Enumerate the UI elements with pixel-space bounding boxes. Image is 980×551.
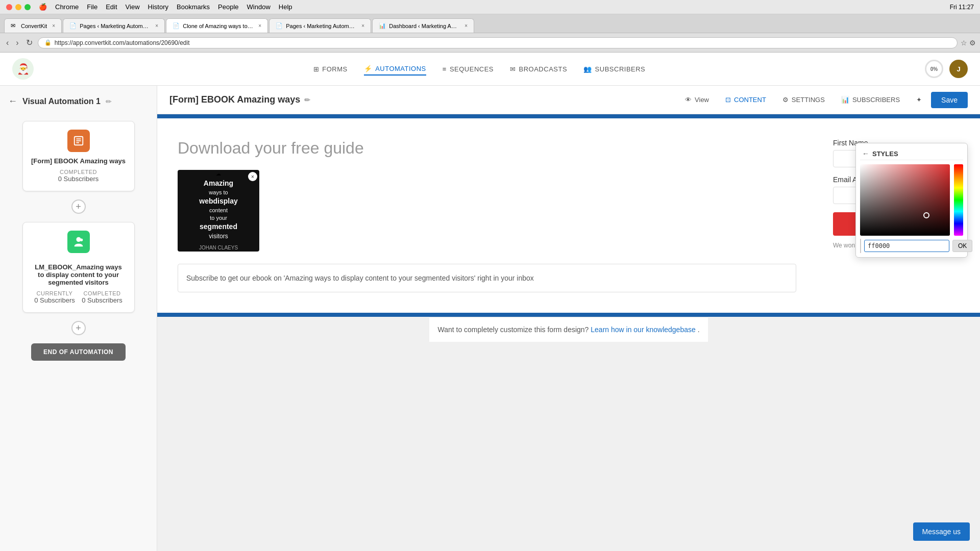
sequence-node-title: LM_EBOOK_Amazing ways to display content… <box>31 263 126 286</box>
browser-tabs: ✉ ConvertKit × 📄 Pages ‹ Marketing Autom… <box>0 14 980 33</box>
file-menu[interactable]: File <box>87 3 97 11</box>
sequence-currently-label: CURRENTLY <box>34 290 75 296</box>
sequence-completed-count: 0 Subscribers <box>82 296 122 304</box>
content-area: [Form] EBOOK Amazing ways ✏ 👁 View ⊡ CON… <box>157 86 980 551</box>
minimize-window-btn[interactable] <box>15 4 21 10</box>
close-window-btn[interactable] <box>6 4 12 10</box>
nav-broadcasts[interactable]: ✉ BROADCASTS <box>510 63 567 75</box>
view-button[interactable]: 👁 View <box>678 92 716 107</box>
nav-subscribers[interactable]: 👥 SUBSCRIBERS <box>583 63 645 75</box>
bookmarks-menu[interactable]: Bookmarks <box>177 3 210 11</box>
settings-icon: ⚙ <box>782 96 789 104</box>
edit-menu[interactable]: Edit <box>106 3 117 11</box>
sidebar-back-button[interactable]: ← <box>8 96 17 107</box>
window-menu[interactable]: Window <box>247 3 271 11</box>
book-image-close[interactable]: × <box>248 172 257 181</box>
sequences-label: SEQUENCES <box>450 65 494 73</box>
url-text: https://app.convertkit.com/automations/2… <box>55 39 190 46</box>
extensions-icon[interactable]: ⚙ <box>969 39 976 47</box>
address-bar[interactable]: 🔒 https://app.convertkit.com/automations… <box>38 37 958 48</box>
form-node-icon <box>67 130 90 152</box>
progress-value: 0% <box>930 66 938 72</box>
svg-point-4 <box>80 239 83 242</box>
color-area-wrapper <box>860 164 963 236</box>
settings-button[interactable]: ⚙ SETTINGS <box>775 92 832 107</box>
history-menu[interactable]: History <box>148 3 168 11</box>
view-menu[interactable]: View <box>126 3 140 11</box>
fullscreen-window-btn[interactable] <box>24 4 31 10</box>
tab-close-3[interactable]: × <box>258 23 261 29</box>
tab-pages-1[interactable]: 📄 Pages ‹ Marketing Automatio... × <box>63 18 165 33</box>
automations-icon: ⚡ <box>364 65 373 72</box>
refresh-button[interactable]: ↻ <box>24 37 35 48</box>
subscribers-toolbar-button[interactable]: 📊 SUBSCRIBERS <box>834 92 907 107</box>
automation-title-edit-icon[interactable]: ✏ <box>106 97 112 106</box>
people-menu[interactable]: People <box>218 3 238 11</box>
chrome-menu[interactable]: Chrome <box>55 3 79 11</box>
tab-close-1[interactable]: × <box>52 23 55 29</box>
form-node[interactable]: [Form] EBOOK Amazing ways COMPLETED 0 Su… <box>22 121 135 191</box>
color-ok-button[interactable]: OK <box>952 240 972 252</box>
tab-label-2: Pages ‹ Marketing Automatio... <box>80 23 150 29</box>
hue-svg <box>954 164 963 236</box>
form-title-edit-icon[interactable]: ✏ <box>304 96 310 104</box>
book-image[interactable]: × ☁ Amazing ways to webdisplay content t… <box>178 170 259 252</box>
form-header-strip <box>157 114 980 118</box>
broadcasts-label: BROADCASTS <box>519 65 568 73</box>
message-us-button[interactable]: Message us <box>913 522 970 541</box>
browser-chrome: ✉ ConvertKit × 📄 Pages ‹ Marketing Autom… <box>0 14 980 53</box>
tab-close-2[interactable]: × <box>155 23 158 29</box>
bottom-bar: Want to completely customize this form d… <box>429 317 707 342</box>
tab-convertkit[interactable]: ✉ ConvertKit × <box>4 18 62 33</box>
color-picker-back[interactable]: ← <box>862 149 869 158</box>
tab-label-1: ConvertKit <box>21 23 47 29</box>
add-step-btn-1[interactable]: + <box>71 199 86 214</box>
tab-pages-2[interactable]: 📄 Pages ‹ Marketing Automatio... × <box>269 18 371 33</box>
apple-menu[interactable]: 🍎 <box>39 3 47 11</box>
bottom-bar-text: Want to completely customize this form d… <box>437 325 589 334</box>
color-hex-input[interactable] <box>864 240 949 252</box>
color-picker-panel: ← STYLES <box>855 143 968 258</box>
form-toolbar: [Form] EBOOK Amazing ways ✏ 👁 View ⊡ CON… <box>157 86 980 114</box>
mac-time: Fri 11:27 <box>950 4 974 11</box>
help-menu[interactable]: Help <box>279 3 292 11</box>
automation-sidebar: ← Visual Automation 1 ✏ [Form] EBOOK Ama… <box>0 86 157 551</box>
main-area: ← Visual Automation 1 ✏ [Form] EBOOK Ama… <box>0 86 980 551</box>
add-step-btn-2[interactable]: + <box>71 321 86 335</box>
bookmark-icon[interactable]: ☆ <box>961 39 967 47</box>
view-icon: 👁 <box>685 96 692 104</box>
nav-right: 0% J <box>925 60 968 78</box>
form-node-count: 0 Subscribers <box>31 175 126 183</box>
book-brand: webdisplay <box>199 196 237 207</box>
back-button[interactable]: ‹ <box>4 37 11 48</box>
sequence-node[interactable]: LM_EBOOK_Amazing ways to display content… <box>22 222 135 313</box>
tab-close-5[interactable]: × <box>464 23 468 29</box>
color-gradient-picker[interactable] <box>860 164 950 236</box>
book-cloud-icon: ☁ <box>216 171 221 177</box>
tab-close-4[interactable]: × <box>361 23 364 29</box>
tab-favicon-3: 📄 <box>173 22 180 30</box>
nav-sequences[interactable]: ≡ SEQUENCES <box>443 63 494 75</box>
nav-automations[interactable]: ⚡ AUTOMATIONS <box>364 63 426 76</box>
mac-status-bar: Fri 11:27 <box>950 4 974 11</box>
tab-clone-active[interactable]: 📄 Clone of Amazing ways to di... × <box>166 18 268 33</box>
forward-button[interactable]: › <box>14 37 20 48</box>
content-button[interactable]: ⊡ CONTENT <box>718 92 773 107</box>
hue-slider[interactable] <box>954 164 963 236</box>
tab-label-3: Clone of Amazing ways to di... <box>183 23 253 29</box>
svg-rect-8 <box>954 164 963 236</box>
color-swatch[interactable] <box>860 239 861 253</box>
user-avatar[interactable]: J <box>949 60 968 78</box>
nav-forms[interactable]: ⊞ FORMS <box>313 63 348 75</box>
tab-dashboard[interactable]: 📊 Dashboard ‹ Marketing Autom... × <box>372 18 474 33</box>
form-headline: Download your free guide <box>178 139 796 158</box>
sparkle-button[interactable]: ✦ <box>909 92 929 107</box>
book-segmented: segmented <box>199 222 237 232</box>
browser-action-buttons: ☆ ⚙ <box>961 39 976 47</box>
book-text-content: Amazing ways to webdisplay content to yo… <box>199 179 237 241</box>
settings-label: SETTINGS <box>792 96 825 104</box>
forms-label: FORMS <box>322 65 347 73</box>
save-button[interactable]: Save <box>931 92 968 108</box>
automations-label: AUTOMATIONS <box>375 65 426 72</box>
knowledgebase-link[interactable]: Learn how in our knowledgebase <box>591 325 695 334</box>
